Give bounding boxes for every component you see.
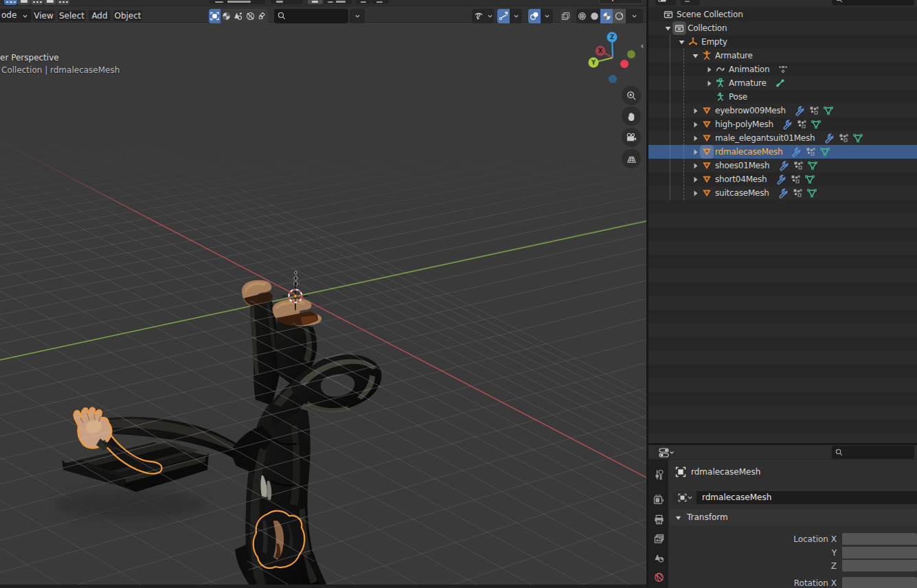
outliner-row-eyebrow009mesh[interactable]: eyebrow009Mesh — [648, 104, 917, 117]
disclosure-right-icon[interactable] — [692, 122, 699, 128]
shading-rendered-icon[interactable] — [613, 9, 626, 23]
tab-view-layer-icon[interactable] — [650, 530, 667, 547]
wrench-indicator-icon[interactable] — [778, 160, 789, 171]
gizmos-dropdown-chevron[interactable] — [510, 9, 522, 23]
wrench-indicator-icon[interactable] — [824, 133, 835, 144]
outliner-row-shoes01mesh[interactable]: shoes01Mesh — [648, 159, 917, 172]
location-x-input[interactable] — [842, 533, 917, 545]
vgroup-indicator-icon[interactable] — [805, 146, 816, 157]
object-name-input[interactable]: rdmalecaseMesh — [697, 491, 917, 504]
snap-toggle-button[interactable] — [308, 0, 323, 4]
disclosure-down-icon[interactable] — [665, 25, 671, 32]
bone-indicator-icon[interactable] — [775, 78, 786, 89]
outliner-row-animation[interactable]: Animation — [648, 63, 917, 76]
shading-wireframe-icon[interactable] — [576, 9, 588, 23]
menu-object[interactable]: Object — [113, 10, 142, 21]
outliner-search-input[interactable] — [832, 0, 914, 5]
outliner-row-scene-collection[interactable]: Scene Collection — [648, 8, 917, 21]
meshdata-indicator-icon[interactable] — [811, 119, 822, 130]
outliner-row-collection[interactable]: Collection — [648, 21, 917, 35]
pivot-point-dropdown[interactable] — [271, 0, 303, 4]
outliner-editor-type-button[interactable] — [655, 0, 676, 5]
id-type-dropdown[interactable] — [673, 491, 697, 504]
disclosure-right-icon[interactable] — [692, 108, 699, 114]
outliner-row-empty[interactable]: Empty — [648, 35, 917, 49]
location-y-input[interactable] — [842, 547, 917, 558]
select-mode-subtract-button[interactable] — [31, 0, 43, 5]
meshdata-indicator-icon[interactable] — [807, 160, 818, 171]
texture-cone-icon[interactable] — [232, 9, 244, 23]
meshdata-indicator-icon[interactable] — [804, 174, 815, 185]
meshdata-indicator-icon[interactable] — [852, 133, 863, 144]
disclosure-down-icon[interactable] — [692, 53, 699, 59]
gizmo-z-neg-ball[interactable] — [609, 75, 617, 83]
tab-tool-icon[interactable] — [650, 466, 667, 483]
material-sphere-icon[interactable] — [220, 9, 232, 23]
header-collapsed-menu-button[interactable] — [350, 9, 365, 23]
vgroup-indicator-icon[interactable] — [808, 105, 819, 116]
outliner-row-short04mesh[interactable]: short04Mesh — [648, 172, 917, 186]
select-mode-set-button[interactable] — [4, 0, 17, 5]
gizmo-x-neg-ball[interactable] — [620, 60, 629, 68]
rotation-x-input[interactable] — [842, 577, 917, 588]
zoom-button[interactable] — [622, 86, 641, 105]
outliner-display-mode-button[interactable] — [681, 0, 700, 5]
vgroup-indicator-icon[interactable] — [838, 133, 849, 144]
vgroup-indicator-icon[interactable] — [792, 188, 803, 199]
transform-panel-header[interactable]: Transform — [670, 509, 917, 525]
tab-output-icon[interactable] — [650, 511, 667, 528]
menu-view[interactable]: View — [32, 10, 55, 21]
overlays-dropdown-chevron[interactable] — [541, 9, 553, 23]
outliner-row-suitcasemesh[interactable]: suitcaseMesh — [648, 186, 917, 200]
world-globe-icon[interactable] — [245, 9, 256, 23]
disclosure-right-icon[interactable] — [692, 149, 699, 155]
tab-world-icon[interactable] — [650, 569, 667, 585]
pan-hand-button[interactable] — [622, 106, 641, 126]
shading-solid-icon[interactable] — [588, 9, 600, 23]
viewport-canvas[interactable]: er Perspective Collection | rdmalecaseMe… — [0, 23, 646, 585]
menu-select[interactable]: Select — [58, 10, 86, 21]
gizmos-toggle-icon[interactable] — [497, 9, 510, 23]
options-dropdown[interactable]: Options — [599, 0, 643, 4]
proportional-edit-toggle[interactable] — [356, 0, 371, 4]
location-z-input[interactable] — [842, 560, 917, 572]
disclosure-right-icon[interactable] — [692, 135, 699, 142]
snap-settings-dropdown[interactable] — [324, 0, 352, 4]
xray-toggle-icon[interactable] — [560, 9, 571, 23]
outliner-row-pose[interactable]: Pose — [648, 90, 917, 104]
select-mode-intersect-button[interactable] — [57, 0, 69, 5]
vgroup-indicator-icon[interactable] — [796, 119, 807, 130]
disclosure-right-icon[interactable] — [706, 80, 712, 87]
disclosure-down-icon[interactable] — [679, 39, 685, 45]
visibility-eye-icon[interactable] — [472, 9, 486, 23]
tab-scene-icon[interactable] — [650, 550, 667, 566]
overlays-toggle-icon[interactable] — [528, 9, 541, 23]
outliner-row-high-polymesh[interactable]: high-polyMesh — [648, 117, 917, 131]
disclosure-right-icon[interactable] — [692, 190, 699, 196]
header-search-input[interactable] — [274, 9, 348, 23]
proportional-falloff-dropdown[interactable] — [372, 0, 389, 4]
tab-render-icon[interactable] — [650, 491, 667, 508]
wrench-indicator-icon[interactable] — [776, 174, 786, 185]
navigation-gizmo[interactable]: Z X Y — [581, 23, 644, 91]
vgroup-indicator-icon[interactable] — [793, 160, 804, 171]
meshdata-indicator-icon[interactable] — [806, 188, 817, 199]
meshdata-indicator-icon[interactable] — [819, 146, 830, 157]
vgroup-indicator-icon[interactable] — [790, 174, 801, 185]
wrench-indicator-icon[interactable] — [782, 119, 793, 130]
disclosure-right-icon[interactable] — [692, 163, 699, 169]
toggle-ortho-button[interactable] — [622, 149, 641, 168]
meshdata-indicator-icon[interactable] — [823, 105, 834, 116]
transform-orientation-dropdown[interactable] — [210, 0, 265, 4]
mode-dropdown[interactable]: ode — [0, 9, 32, 22]
outliner-row-armature[interactable]: Armature — [648, 49, 917, 63]
box-select-tool-icon[interactable] — [209, 9, 220, 23]
select-mode-invert-button[interactable] — [44, 0, 56, 5]
camera-view-button[interactable] — [622, 128, 641, 147]
shading-dropdown-chevron[interactable] — [626, 9, 643, 23]
brush-icon[interactable] — [256, 9, 268, 23]
outliner-row-male-elegantsuit01mesh[interactable]: male_elegantsuit01Mesh — [648, 131, 917, 145]
shading-material-icon[interactable] — [600, 9, 613, 23]
keyframes-indicator-icon[interactable] — [778, 64, 789, 75]
outliner-row-rdmalecasemesh[interactable]: rdmalecaseMesh — [648, 145, 917, 159]
